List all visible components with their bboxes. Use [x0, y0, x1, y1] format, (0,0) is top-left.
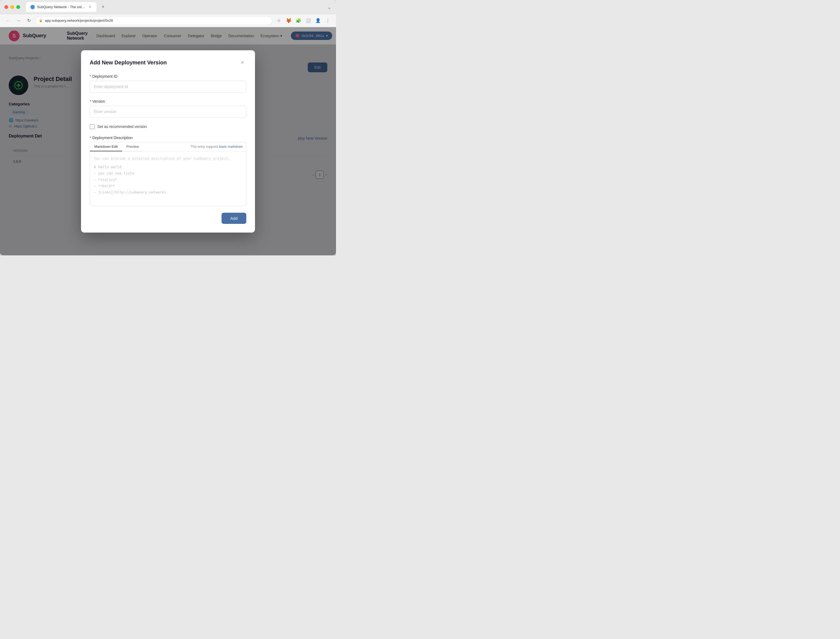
extensions-icon[interactable]: 🧩: [295, 17, 302, 24]
back-button[interactable]: ←: [4, 17, 12, 24]
bookmark-icon[interactable]: ☆: [275, 17, 283, 24]
extension-icon[interactable]: 🦊: [285, 17, 293, 24]
deployment-id-group: * Deployment ID: [90, 74, 246, 93]
browser-window: SubQuery Network - The uni... ✕ + ⌄ ← → …: [0, 0, 336, 255]
modal-header: Add New Deployment Version ×: [90, 59, 246, 67]
tab-close-button[interactable]: ✕: [88, 5, 92, 9]
description-section: * Deployment Description Markdown Edit P…: [90, 135, 246, 206]
forward-button[interactable]: →: [15, 17, 22, 24]
close-window-button[interactable]: [4, 5, 8, 9]
browser-toolbar: ← → ↻ 🔒 app.subquery.network/projects/pr…: [0, 14, 336, 27]
required-star-version: *: [90, 99, 91, 103]
modal-footer: Add: [90, 213, 246, 224]
version-input[interactable]: [90, 106, 246, 118]
editor-hint-line-2: - you can use lists: [94, 170, 242, 176]
description-label: * Deployment Description: [90, 135, 246, 140]
preview-tab[interactable]: Preview: [122, 142, 143, 151]
deployment-id-input[interactable]: [90, 81, 246, 93]
markdown-edit-tab[interactable]: Markdown Edit: [90, 142, 122, 151]
required-star-desc: *: [90, 135, 91, 140]
editor-hint-line-5: - [Links](http://subquery.network): [94, 189, 242, 196]
maximize-window-button[interactable]: [16, 5, 20, 9]
profile-icon[interactable]: ⌄: [327, 4, 332, 10]
split-view-icon[interactable]: ⬜: [304, 17, 312, 24]
app-content: S SubQuery SubQuery Network Dashboard Ex…: [0, 27, 336, 255]
modal-close-button[interactable]: ×: [239, 59, 246, 67]
editor-hint-line-4: - **bold**: [94, 183, 242, 189]
tab-favicon-icon: [30, 5, 35, 9]
markdown-toolbar: Markdown Edit Preview: [90, 142, 143, 151]
browser-tab[interactable]: SubQuery Network - The uni... ✕: [26, 2, 97, 12]
menu-icon[interactable]: ⋮: [324, 17, 332, 24]
version-label: * Version: [90, 99, 246, 103]
editor-header: Markdown Edit Preview This entry support…: [90, 142, 246, 152]
editor-hint-line-1: # hello world: [94, 164, 242, 170]
traffic-lights: [4, 5, 20, 9]
add-deployment-modal: Add New Deployment Version × * Deploymen…: [81, 50, 255, 232]
minimize-window-button[interactable]: [10, 5, 14, 9]
url-display: app.subquery.network/projects/project/0x…: [45, 19, 113, 22]
add-button[interactable]: Add: [222, 213, 246, 224]
markdown-support-text: This entry supports basic markdown: [187, 143, 246, 150]
user-icon[interactable]: 👤: [314, 17, 322, 24]
toolbar-actions: ☆ 🦊 🧩 ⬜ 👤 ⋮: [275, 17, 332, 24]
version-group: * Version: [90, 99, 246, 118]
recommended-checkbox-group: Set as recommended version: [90, 124, 246, 129]
new-tab-button[interactable]: +: [99, 3, 107, 11]
editor-placeholder-text: You can provide a detailed description o…: [94, 156, 242, 162]
description-editor-wrapper: Markdown Edit Preview This entry support…: [90, 142, 246, 206]
tab-title: SubQuery Network - The uni...: [37, 5, 84, 9]
required-star: *: [90, 74, 91, 78]
modal-title: Add New Deployment Version: [90, 59, 167, 66]
modal-overlay[interactable]: Add New Deployment Version × * Deploymen…: [0, 27, 336, 255]
reload-button[interactable]: ↻: [25, 17, 33, 24]
security-icon: 🔒: [39, 19, 43, 22]
basic-markdown-link[interactable]: basic markdown: [219, 145, 243, 149]
recommended-checkbox[interactable]: [90, 124, 95, 129]
description-editor-content[interactable]: You can provide a detailed description o…: [90, 152, 246, 206]
address-bar[interactable]: 🔒 app.subquery.network/projects/project/…: [35, 16, 273, 25]
browser-titlebar: SubQuery Network - The uni... ✕ + ⌄: [0, 0, 336, 14]
editor-hint-line-3: - *italics*: [94, 176, 242, 183]
recommended-label[interactable]: Set as recommended version: [97, 124, 147, 129]
deployment-id-label: * Deployment ID: [90, 74, 246, 78]
